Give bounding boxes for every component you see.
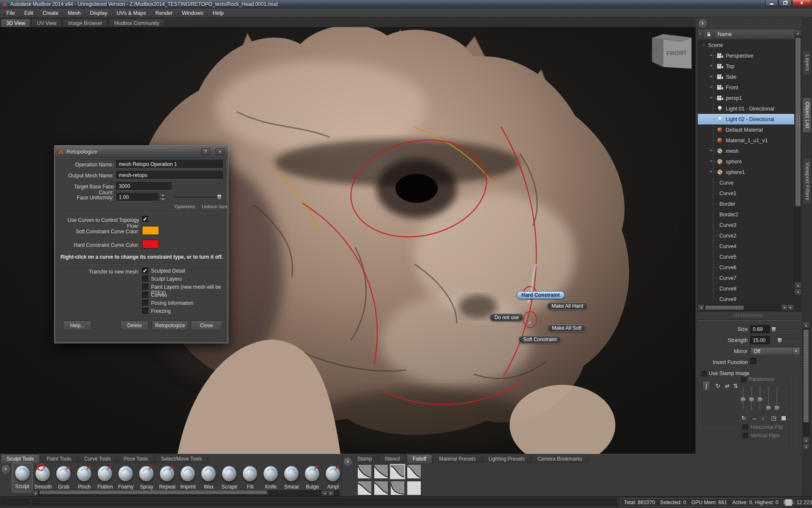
objlist-scroll-up[interactable]: ▲ (795, 30, 801, 36)
view-tab-uv-view[interactable]: UV View (31, 19, 62, 27)
tool-repeat[interactable]: ↗Repeat (157, 464, 178, 491)
tool-knife[interactable]: Knife (261, 464, 281, 491)
falloff-preset-6[interactable] (373, 480, 389, 496)
tree-item-scene[interactable]: −Scene (698, 40, 794, 50)
hard-constraint-color-swatch[interactable] (142, 240, 159, 248)
tree-item-mesh[interactable]: +mesh (698, 146, 794, 156)
tree-item-perspective[interactable]: +Perspective (698, 50, 794, 61)
tool-scrape[interactable]: Scrape (219, 464, 240, 491)
menu-create[interactable]: Create (38, 9, 63, 17)
tooltray-hscroll-left[interactable]: ◄ (32, 490, 38, 496)
props-scroll-down[interactable]: ▼ (803, 444, 809, 450)
use-curves-checkbox[interactable]: ✓ (142, 216, 148, 222)
preset-tab-material-presets[interactable]: Material Presets (433, 454, 482, 463)
tool-bulge[interactable]: ↗Bulge (302, 464, 323, 491)
close-button[interactable]: × (792, 0, 811, 6)
menu-uvs-maps[interactable]: UVs & Maps (112, 9, 151, 17)
dialog-close-button[interactable]: × (215, 148, 225, 155)
props-scroll-up[interactable]: ▲ (803, 322, 809, 329)
tool-foamy[interactable]: Foamy (115, 464, 136, 491)
context-menu-item-make-all-hard[interactable]: Make All Hard (547, 302, 588, 310)
tree-expander[interactable]: + (710, 52, 713, 58)
tooltray-hscroll-thumb[interactable] (39, 490, 268, 494)
tray-expand-button[interactable]: › (344, 458, 352, 466)
stamp-preview[interactable] (702, 394, 735, 424)
transfer-option-checkbox-sculpted-detail[interactable]: ✓ (142, 268, 148, 273)
tree-expander[interactable]: + (710, 169, 713, 174)
operation-name-input[interactable] (116, 160, 223, 168)
tree-item-curve4[interactable]: Curve4 (698, 241, 794, 251)
preset-tab-stamp[interactable]: Stamp (351, 454, 378, 463)
tree-item-curve7[interactable]: Curve7 (698, 273, 794, 283)
falloff-preset-7[interactable] (390, 480, 405, 496)
face-uniformity-input[interactable] (116, 193, 159, 202)
randomize-checkbox[interactable] (741, 377, 746, 382)
falloff-preset-3[interactable] (390, 464, 405, 479)
transfer-option-checkbox-freezing[interactable] (142, 308, 148, 314)
face-count-input[interactable] (116, 182, 171, 190)
invert-function-checkbox[interactable] (750, 358, 756, 364)
lock-button[interactable] (703, 29, 714, 39)
tool-wax[interactable]: Wax (198, 464, 219, 491)
tree-item-top[interactable]: +Top (698, 61, 794, 72)
menu-render[interactable]: Render (151, 9, 177, 17)
tree-item-sphere1[interactable]: +sphere1 (698, 167, 794, 177)
stamp-shape-button[interactable]: ʃ (702, 381, 710, 391)
right-tab-object-list[interactable]: Object List (802, 97, 812, 133)
objlist-scroll-up2[interactable]: ▲ (795, 282, 801, 289)
menu-windows[interactable]: Windows (177, 9, 208, 17)
use-stamp-image-checkbox[interactable] (701, 371, 707, 376)
transfer-option-checkbox-paint-layers-new-mesh-will-be-ptex[interactable] (142, 284, 148, 290)
horizontal-flip-checkbox[interactable] (743, 424, 748, 430)
tray-expand-button[interactable]: › (2, 465, 10, 473)
context-menu-item-do-not-use[interactable]: Do not use (490, 314, 524, 321)
tool-sculpt[interactable]: Sculpt (12, 463, 33, 492)
tool-pinch[interactable]: ↗Pinch (74, 464, 95, 491)
restore-button[interactable] (779, 0, 792, 6)
tool-tab-sculpt-tools[interactable]: Sculpt Tools (1, 454, 40, 463)
minimize-button[interactable] (765, 0, 778, 6)
size-slider[interactable] (772, 329, 799, 330)
falloff-preset-4[interactable] (406, 464, 422, 479)
falloff-preset-2[interactable] (373, 464, 389, 479)
tree-item-border2[interactable]: Border2 (698, 209, 794, 220)
transfer-option-checkbox-sculpt-layers[interactable] (142, 276, 148, 282)
tree-item-side[interactable]: +Side (698, 72, 794, 82)
preset-tab-falloff[interactable]: Falloff (407, 454, 432, 463)
strength-input[interactable] (750, 336, 770, 344)
close-button[interactable]: Close (191, 321, 222, 331)
falloff-preset-1[interactable] (357, 464, 372, 479)
falloff-preset-8[interactable] (406, 480, 422, 496)
tool-smear[interactable]: Smear (281, 464, 302, 491)
soft-constraint-color-swatch[interactable] (142, 226, 159, 235)
objlist-hscroll-thumb[interactable] (705, 305, 744, 310)
tree-item-front[interactable]: +Front (698, 82, 794, 93)
randomize-scale-icon[interactable]: ◳ (771, 415, 776, 421)
tree-item-persp1[interactable]: +persp1 (698, 93, 794, 103)
tree-expander[interactable]: + (710, 74, 713, 79)
help-button[interactable]: Help... (63, 321, 92, 331)
tree-item-curve9[interactable]: Curve9 (698, 294, 794, 304)
view-cube[interactable]: FRONT HT (651, 32, 694, 71)
tree-item-sphere[interactable]: +sphere (698, 156, 794, 167)
flip-horizontal-icon[interactable]: ⇄ (725, 383, 730, 389)
vertical-flips-checkbox[interactable] (743, 433, 748, 438)
preset-tab-lighting-presets[interactable]: Lighting Presets (483, 454, 531, 463)
menu-help[interactable]: Help (208, 9, 228, 17)
transfer-option-checkbox-curves[interactable] (142, 292, 148, 298)
panel-grip[interactable] (795, 116, 800, 127)
tree-expander[interactable]: + (710, 95, 713, 100)
delete-button[interactable]: Delete (121, 321, 148, 331)
tool-tab-curve-tools[interactable]: Curve Tools (78, 454, 117, 463)
right-tab-layers[interactable]: Layers (802, 50, 812, 76)
view-tab-3d-view[interactable]: 3D View (1, 19, 30, 27)
randomize-rotate-icon[interactable]: ↻ (741, 415, 746, 421)
tool-spray[interactable]: ↗Spray (136, 464, 157, 491)
transfer-option-checkbox-posing-information[interactable] (142, 300, 148, 306)
menu-file[interactable]: File (2, 9, 19, 17)
output-mesh-input[interactable] (116, 171, 223, 179)
tool-ampl[interactable]: ↗Ampl (323, 464, 343, 491)
tree-item-light-01-directional[interactable]: Light 01 - Directional (698, 103, 794, 114)
tool-fill[interactable]: Fill (240, 464, 261, 491)
tooltray-hscroll-right[interactable]: ► (328, 490, 334, 496)
